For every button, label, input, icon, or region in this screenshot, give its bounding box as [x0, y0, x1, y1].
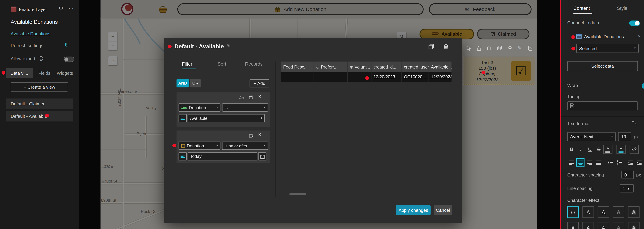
align-left-button[interactable] [567, 158, 576, 167]
line-spacing-input[interactable]: 1.5 [620, 184, 634, 192]
wrap-toggle[interactable] [642, 83, 644, 89]
add-clause-button[interactable]: + Add [250, 79, 269, 88]
column-header[interactable]: ⊕Volunt... [348, 62, 371, 72]
bullet-list-button[interactable] [606, 158, 615, 167]
tab-style[interactable]: Style [617, 6, 628, 11]
align-center-button[interactable] [576, 158, 584, 167]
font-family-dropdown[interactable]: Avenir Next ▾ [567, 132, 616, 141]
logic-or-button[interactable]: OR [190, 79, 201, 88]
more-options-icon[interactable]: ⋯ [68, 6, 74, 11]
modal-tab-sort[interactable]: Sort [218, 62, 226, 66]
effect-glow-button[interactable]: A [628, 206, 640, 218]
delete-view-icon[interactable] [443, 44, 449, 50]
indent-decrease-button[interactable] [627, 158, 634, 167]
column-header[interactable]: ⊕Preferr... [314, 62, 348, 72]
effect-extra-button[interactable]: A [613, 222, 624, 229]
logic-and-button[interactable]: AND [176, 79, 189, 88]
remove-clause-icon[interactable]: × [258, 132, 261, 137]
allow-export-toggle[interactable] [64, 57, 74, 62]
column-header[interactable]: created_d... [372, 62, 402, 72]
duplicate-view-icon[interactable] [428, 44, 434, 50]
modal-tab-records[interactable]: Records [245, 62, 263, 66]
align-right-button[interactable] [585, 158, 594, 167]
effect-outline-button[interactable]: A [613, 206, 624, 218]
duplicate-icon[interactable] [497, 46, 502, 50]
remove-clause-icon[interactable]: × [258, 94, 261, 99]
connect-to-data-label: Connect to data [567, 20, 599, 25]
connect-to-data-toggle[interactable] [629, 20, 640, 26]
remove-data-icon[interactable]: × [638, 33, 640, 38]
cancel-button[interactable]: Cancel [434, 205, 452, 215]
align-justify-button[interactable] [594, 158, 603, 167]
value-source-button[interactable] [178, 114, 187, 122]
modal-title: Default - Available [174, 43, 224, 50]
copy-clause-icon[interactable] [249, 95, 253, 100]
field-dropdown[interactable]: Donation... ▾ [178, 142, 220, 150]
char-spacing-input[interactable]: 0 [622, 171, 634, 179]
bold-button[interactable]: B [568, 145, 576, 154]
clear-format-icon[interactable]: Tx [632, 121, 637, 125]
pencil-icon[interactable]: ✎ [518, 45, 522, 50]
effect-extra-button[interactable]: A [598, 222, 609, 229]
gear-icon[interactable]: ⚙ [59, 6, 63, 11]
apply-changes-button[interactable]: Apply changes [396, 205, 430, 215]
highlight-color-button[interactable]: A [603, 145, 612, 154]
lock-icon[interactable] [476, 46, 482, 51]
link-button[interactable] [630, 145, 639, 154]
effect-none-button[interactable]: ⊘ [567, 206, 579, 218]
data-source-label: Available Donations [584, 34, 624, 39]
filter-clause-2: × Donation... ▾ is on or after ▾ Today [176, 130, 270, 164]
chevron-down-icon: ▾ [634, 47, 636, 50]
refresh-icon[interactable]: ↻ [64, 42, 69, 48]
create-view-button[interactable]: + Create a view [11, 82, 68, 92]
effect-extra-button[interactable]: A [628, 222, 640, 229]
numbered-list-button[interactable] [616, 158, 624, 167]
database-icon[interactable] [528, 46, 533, 51]
copy-clause-icon[interactable] [249, 134, 253, 138]
effect-extra-button[interactable]: A [567, 222, 579, 229]
tooltip-input[interactable] [567, 102, 638, 110]
cursor-icon[interactable] [466, 46, 471, 51]
select-data-button[interactable]: Select data [567, 61, 638, 71]
annotation-dot [571, 47, 575, 50]
feature-layer-icon [11, 6, 16, 12]
case-sensitive-toggle[interactable]: Aa [239, 95, 244, 100]
value-source-button[interactable] [178, 152, 187, 160]
column-header[interactable]: Available ... [429, 62, 452, 72]
indent-increase-button[interactable] [636, 158, 643, 167]
no-effect-icon: ⊘ [571, 210, 575, 215]
effect-extra-button[interactable]: A [582, 222, 594, 229]
widget-settings-panel: Content Style Connect to data Available … [561, 0, 644, 229]
info-icon: i [38, 56, 43, 60]
view-item-default-claimed[interactable]: Default - Claimed [6, 98, 73, 109]
effect-shadow-button[interactable]: A [598, 206, 609, 218]
tab-fields[interactable]: Fields [36, 68, 52, 78]
field-dropdown[interactable]: ABC Donation... ▾ [178, 104, 220, 112]
copy-icon[interactable] [487, 46, 492, 50]
strikethrough-button[interactable]: S [595, 145, 603, 154]
value-dropdown[interactable]: Available ▾ [188, 114, 265, 122]
operator-dropdown[interactable]: is on or after ▾ [222, 142, 268, 150]
view-item-default-available[interactable]: Default - Available [6, 111, 73, 122]
tab-widgets[interactable]: Widgets [54, 68, 76, 78]
date-picker-button[interactable] [258, 152, 266, 160]
selected-records-dropdown[interactable]: Selected ▾ [576, 44, 639, 53]
column-header[interactable]: created_user [402, 62, 429, 72]
italic-button[interactable]: I [577, 145, 585, 154]
highlight-icon: A [606, 146, 610, 152]
rename-pencil-icon[interactable]: ✎ [226, 43, 231, 48]
operator-dropdown[interactable]: is ▾ [222, 104, 268, 112]
text-color-button[interactable]: A [616, 145, 626, 154]
trash-icon[interactable] [508, 46, 513, 51]
font-size-input[interactable]: 13 [618, 132, 631, 141]
horizontal-scrollbar[interactable] [289, 193, 306, 195]
tab-content[interactable]: Content [574, 6, 590, 11]
layer-link[interactable]: Available Donations [11, 31, 50, 36]
underline-button[interactable]: U [586, 145, 594, 154]
column-header[interactable]: Food Resc... [281, 62, 314, 72]
tab-data-views[interactable]: Data vi... [6, 68, 33, 78]
effect-plain-button[interactable]: A [582, 206, 594, 218]
modal-tab-filter[interactable]: Filter [182, 62, 192, 66]
value-input[interactable]: Today [188, 152, 257, 160]
font-size-value: 13 [621, 134, 626, 139]
